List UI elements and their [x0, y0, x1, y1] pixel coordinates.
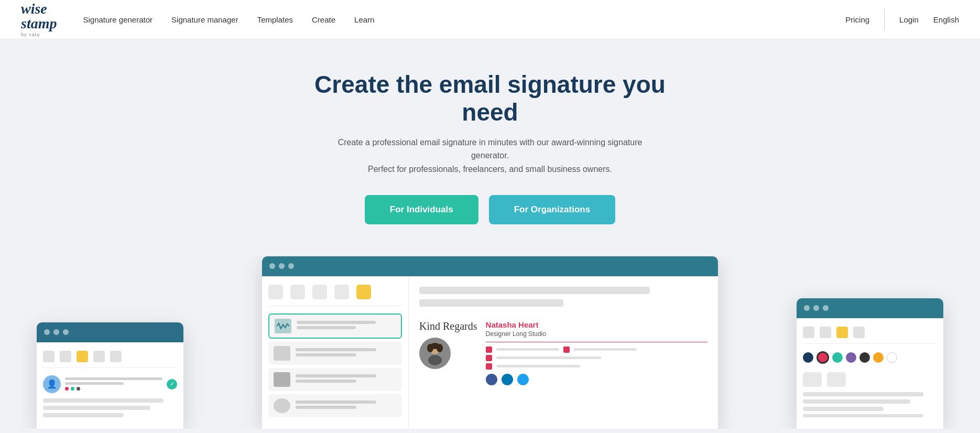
svg-point-5: [430, 343, 440, 349]
browser-body-main: Kind Regards: [262, 276, 718, 429]
dot3: [288, 263, 294, 269]
nav-item-sig-gen[interactable]: Signature generator: [83, 15, 153, 24]
template-lines-4: [296, 400, 397, 411]
hero-subtitle-line2: Perfect for professionals, freelancers, …: [368, 165, 612, 174]
small-toolbar-left: [43, 351, 177, 368]
tool-color-icon: [93, 351, 105, 362]
nav-pricing[interactable]: Pricing: [845, 15, 869, 24]
template-icon-wave: [275, 319, 291, 333]
nav-item-create[interactable]: Create: [312, 15, 335, 24]
gray-line-r2: [803, 399, 910, 404]
toolbar-share: [290, 285, 305, 299]
toolbar-grid: [356, 285, 371, 299]
browser-window-right: [797, 298, 943, 429]
nav-item-sig-mgr[interactable]: Signature manager: [171, 15, 238, 24]
small-toolbar-right: [803, 327, 937, 344]
sig-info: Natasha Heart Designer Long Studio: [486, 320, 707, 385]
nav-english[interactable]: English: [933, 15, 959, 24]
preview-header-line2: [419, 299, 563, 307]
logo-text: wisestamp: [21, 2, 57, 31]
preview-header-line1: [419, 287, 650, 294]
tl-3: [296, 348, 376, 351]
social-facebook-icon: [486, 374, 497, 385]
dot1: [44, 329, 50, 335]
tool-share-icon: [60, 351, 71, 362]
nav-right: Pricing Login English: [845, 9, 959, 30]
color-purple[interactable]: [846, 352, 856, 363]
web-line: [496, 365, 580, 367]
sig-name: Natasha Heart: [486, 320, 707, 329]
user-info-1: [65, 377, 162, 391]
social-linkedin-icon: [502, 374, 513, 385]
tool-image[interactable]: [827, 372, 846, 387]
gray-line-1: [43, 398, 164, 403]
lines-block-right: [803, 392, 937, 417]
toolbar-edit: [268, 285, 283, 299]
tool-pencil[interactable]: [803, 372, 822, 387]
template-item-1[interactable]: [268, 313, 402, 339]
color-orange[interactable]: [873, 352, 884, 363]
color-darkblue[interactable]: [803, 352, 813, 363]
preview-signature: Kind Regards: [419, 320, 707, 385]
tl-8: [296, 406, 356, 409]
logo-sub: by vata: [21, 32, 57, 37]
color-white[interactable]: [887, 352, 897, 363]
dot3: [63, 329, 69, 335]
color-red-active[interactable]: [816, 351, 829, 364]
svg-point-2: [428, 355, 442, 365]
panel-template-list: [262, 276, 409, 429]
panel-toolbar: [268, 285, 402, 306]
nav-login[interactable]: Login: [899, 15, 919, 24]
template-item-3[interactable]: [268, 368, 402, 391]
template-item-2[interactable]: [268, 342, 402, 365]
gray-line-3: [43, 413, 124, 417]
navbar: wisestamp by vata Signature generator Si…: [0, 0, 980, 39]
tl-7: [296, 400, 376, 404]
browser-window-left: 👤 ✓: [37, 322, 183, 429]
template-lines-2: [296, 348, 397, 359]
user-item-1: 👤 ✓: [43, 375, 177, 393]
gray-line-r4: [803, 414, 923, 417]
logo[interactable]: wisestamp by vata: [21, 2, 57, 37]
screenshots-area: 👤 ✓: [21, 256, 959, 429]
for-organizations-button[interactable]: For Organizations: [489, 195, 615, 224]
sig-contact-email: [486, 355, 707, 361]
tl-2: [297, 326, 356, 329]
handwriting-text: Kind Regards: [419, 320, 477, 332]
user-line-title: [65, 382, 124, 385]
browser-body-left: 👤 ✓: [37, 342, 183, 429]
dot-dark: [77, 387, 80, 391]
check-icon: ✓: [167, 379, 177, 389]
template-icon-2: [274, 346, 290, 361]
dot2: [279, 263, 285, 269]
gray-line-r1: [803, 392, 923, 396]
browser-titlebar-main: [262, 256, 718, 276]
template-item-4[interactable]: [268, 394, 402, 417]
nav-item-learn[interactable]: Learn: [354, 15, 374, 24]
template-lines-3: [296, 374, 397, 385]
mobile-line: [574, 348, 637, 351]
dot1: [269, 263, 275, 269]
nav-item-templates[interactable]: Templates: [257, 15, 293, 24]
hero-subtitle-line1: Create a professional email signature in…: [338, 138, 643, 160]
browser-titlebar-left: [37, 322, 183, 342]
user-avatar-1: 👤: [43, 375, 61, 393]
dot-red: [65, 387, 69, 391]
tool-template-r: [820, 327, 831, 338]
phone-line: [496, 348, 559, 351]
tl-1: [297, 321, 376, 324]
tool-share-r: [803, 327, 814, 338]
sig-contact-phone: [486, 347, 707, 353]
web-icon: [486, 363, 492, 370]
gray-line-2: [43, 406, 150, 410]
color-teal[interactable]: [832, 352, 843, 363]
browser-titlebar-right: [797, 298, 943, 318]
hero-section: Create the email signature you need Crea…: [0, 39, 980, 429]
toolbar-color: [334, 285, 349, 299]
sig-title: Designer Long Studio: [486, 330, 707, 338]
dot-teal: [71, 387, 74, 391]
color-dark[interactable]: [859, 352, 870, 363]
user-dots: [65, 387, 162, 391]
tool-row-right: [803, 372, 937, 387]
for-individuals-button[interactable]: For Individuals: [365, 195, 478, 224]
